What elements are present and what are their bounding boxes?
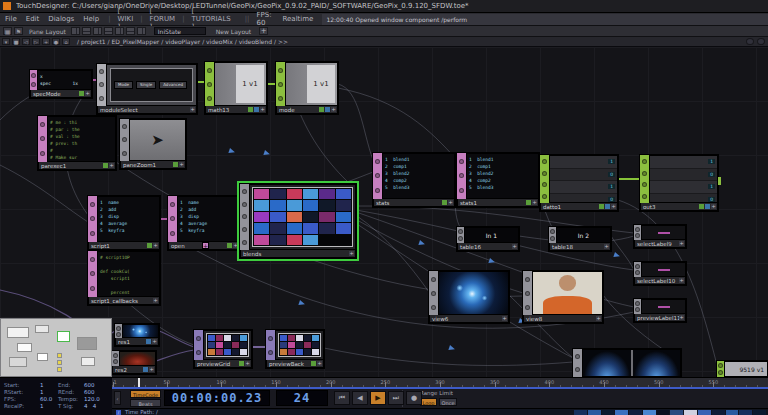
node-selectLabel9[interactable]: selectLabel9+ <box>634 225 686 248</box>
node-flag-icon[interactable] <box>575 367 580 372</box>
loop-button[interactable]: Loop <box>420 398 437 406</box>
node-flag-icon[interactable] <box>635 270 640 275</box>
node-table16[interactable]: In 1table16+ <box>457 227 519 251</box>
node-flag-icon[interactable] <box>718 363 723 368</box>
jump-end-button[interactable]: ⏭ <box>388 391 404 405</box>
viewer-flag-icon[interactable] <box>147 243 152 248</box>
beats-mode-button[interactable]: Beats <box>130 399 161 407</box>
node-flag-icon[interactable] <box>207 68 212 73</box>
node-flag-icon[interactable] <box>278 96 283 101</box>
node-flag-icon[interactable] <box>642 159 647 164</box>
panel-button[interactable]: Single <box>136 81 156 89</box>
node-table18[interactable]: In 2table18+ <box>549 227 611 251</box>
node-flag-icon[interactable] <box>542 159 547 164</box>
node-viewer[interactable]: In 2 <box>556 227 611 243</box>
back-icon[interactable]: ◁ <box>22 38 30 45</box>
node-flag-icon[interactable] <box>525 305 530 310</box>
node-flag-icon[interactable] <box>116 326 121 331</box>
node-flag-icon[interactable] <box>635 227 640 232</box>
node-viewer[interactable]: 1 v1 <box>214 62 267 106</box>
node-flag-icon[interactable] <box>550 229 555 234</box>
clone-flag-icon[interactable] <box>146 339 151 344</box>
node-viewer[interactable]: ➤ <box>129 119 186 161</box>
viewer-flag-icon[interactable] <box>227 243 232 248</box>
node-flag-icon[interactable] <box>542 171 547 176</box>
node-flag-icon[interactable] <box>40 122 45 127</box>
node-flag-icon[interactable] <box>431 277 436 282</box>
node-label-strip[interactable]: blends+ <box>240 250 356 258</box>
node-viewer[interactable] <box>275 330 324 360</box>
viewer-flag-icon[interactable] <box>311 361 316 366</box>
node-flag-icon[interactable] <box>642 182 647 187</box>
node-flag-icon[interactable] <box>242 227 247 232</box>
layout-preset-icon[interactable] <box>93 27 102 35</box>
node-val9519[interactable]: 9519 v1 <box>717 361 768 377</box>
forward-icon[interactable]: ▷ <box>32 38 40 45</box>
expand-button[interactable]: + <box>532 200 537 205</box>
expand-button[interactable]: + <box>260 107 265 112</box>
node-viewer[interactable]: 1010 <box>549 155 618 203</box>
once-button[interactable]: Once <box>439 398 457 406</box>
pane-option-icon[interactable] <box>746 38 754 45</box>
expand-button[interactable]: + <box>317 361 322 366</box>
node-flag-icon[interactable] <box>207 96 212 101</box>
node-blends[interactable]: blends+ <box>240 184 356 258</box>
node-flag-icon[interactable] <box>458 236 463 241</box>
node-viewer[interactable]: 1 blend1 2 comp1 3 blend2 4 comp2 5 blen… <box>466 153 539 199</box>
node-label-strip[interactable]: parexec1+ <box>38 162 116 170</box>
node-label-strip[interactable]: paneZoom1+ <box>120 161 186 169</box>
expand-button[interactable]: + <box>512 244 517 249</box>
panel-button[interactable]: Mode <box>114 81 133 89</box>
node-label-strip[interactable]: previewBack+ <box>266 360 324 368</box>
node-flag-icon[interactable] <box>375 159 380 164</box>
node-label-strip[interactable]: previewGrid+ <box>194 360 252 368</box>
expand-button[interactable]: + <box>679 278 684 283</box>
layout-preset-icon[interactable] <box>115 27 124 35</box>
viewer-flag-icon[interactable] <box>442 200 447 205</box>
viewer-flag-icon[interactable] <box>103 163 108 168</box>
node-flag-icon[interactable] <box>431 305 436 310</box>
node-flag-icon[interactable] <box>170 231 175 236</box>
expand-button[interactable]: + <box>502 316 507 321</box>
viewer-flag-icon[interactable] <box>239 361 244 366</box>
play-reverse-button[interactable]: ◀ <box>352 391 368 405</box>
node-viewer[interactable]: 1 name 2 add 3 disp 4 average 5 keyfra <box>97 196 160 242</box>
node-flag-icon[interactable] <box>375 188 380 193</box>
expand-button[interactable]: + <box>604 244 609 249</box>
node-view6[interactable]: view6+ <box>429 271 509 323</box>
node-stats1[interactable]: 1 blend1 2 comp1 3 blend2 4 comp2 5 blen… <box>457 153 539 207</box>
node-viewer[interactable] <box>119 351 156 366</box>
pane-option-icon[interactable] <box>757 38 765 45</box>
viewer-flag-icon[interactable] <box>699 204 704 209</box>
node-flag-icon[interactable] <box>459 188 464 193</box>
pane-menu-icon[interactable]: ▾ <box>2 38 10 45</box>
node-flag-icon[interactable] <box>90 231 95 236</box>
node-label-strip[interactable]: view6+ <box>429 315 509 323</box>
collapse-timeline-button[interactable]: ‹ <box>114 391 121 405</box>
node-flag-icon[interactable] <box>170 202 175 207</box>
node-label-strip[interactable]: res1+ <box>115 338 159 346</box>
node-datto1[interactable]: 1010datto1+ <box>540 155 618 211</box>
node-flag-icon[interactable] <box>635 233 640 238</box>
expand-button[interactable]: + <box>331 107 336 112</box>
node-res2[interactable]: res2+ <box>112 351 156 374</box>
add-layout-button[interactable]: + <box>259 27 268 35</box>
node-flag-icon[interactable] <box>635 307 640 312</box>
node-viewer[interactable] <box>641 299 686 314</box>
node-flag-icon[interactable] <box>31 73 36 78</box>
node-parexec1[interactable]: # me : thi # par : the # val : the # pre… <box>38 116 116 170</box>
node-specMode[interactable]: x spec 1xspecMode+ <box>30 70 92 98</box>
jump-start-button[interactable]: ⏮ <box>334 391 350 405</box>
node-label-strip[interactable]: math13+ <box>205 106 267 114</box>
node-flag-icon[interactable] <box>268 336 273 341</box>
node-flag-icon[interactable] <box>99 96 104 101</box>
node-flag-icon[interactable] <box>196 336 201 341</box>
node-out3[interactable]: 1010out3+ <box>640 155 718 211</box>
expand-button[interactable]: + <box>179 162 184 167</box>
output-connector[interactable] <box>718 177 721 185</box>
viewer-flag-icon[interactable] <box>173 162 178 167</box>
expand-button[interactable]: + <box>679 315 684 320</box>
node-viewer[interactable] <box>249 184 356 250</box>
node-viewer[interactable]: 1 v1 <box>285 62 338 106</box>
node-viewer[interactable]: # me : thi # par : the # val : the # pre… <box>47 116 116 162</box>
